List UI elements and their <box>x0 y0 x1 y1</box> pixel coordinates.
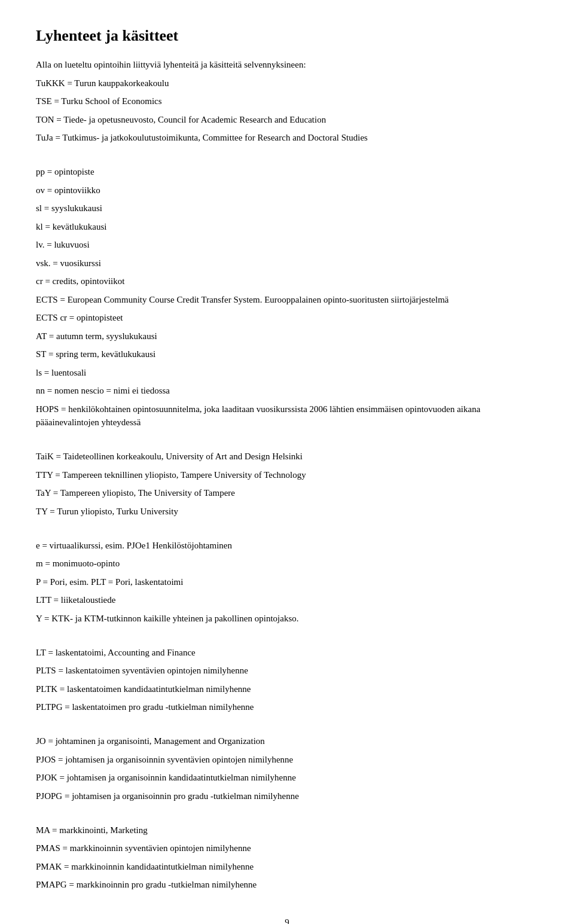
definition-item: HOPS = henkilökohtainen opintosuunnitelm… <box>36 402 538 429</box>
definition-item: TON = Tiede- ja opetusneuvosto, Council … <box>36 113 538 127</box>
definition-item <box>36 523 538 536</box>
definition-item: MA = markkinointi, Marketing <box>36 824 538 837</box>
definition-item: TaiK = Taideteollinen korkeakoulu, Unive… <box>36 450 538 463</box>
definition-item: JO = johtaminen ja organisointi, Managem… <box>36 734 538 748</box>
definition-item <box>36 150 538 163</box>
definitions-section: TuKKK = Turun kauppakorkeakouluTSE = Tur… <box>36 77 538 892</box>
definition-item: LT = laskentatoimi, Accounting and Finan… <box>36 646 538 660</box>
definition-item: PLTK = laskentatoimen kandidaatintutkiel… <box>36 682 538 696</box>
definition-item: ov = opintoviikko <box>36 184 538 197</box>
definition-item: PMAS = markkinoinnin syventävien opintoj… <box>36 841 538 855</box>
definition-item: TaY = Tampereen yliopisto, The Universit… <box>36 486 538 500</box>
definition-item: TSE = Turku School of Economics <box>36 94 538 108</box>
definition-item: lv. = lukuvuosi <box>36 238 538 252</box>
definition-item <box>36 434 538 448</box>
definition-item: AT = autumn term, syyslukukausi <box>36 330 538 343</box>
definition-item: Y = KTK- ja KTM-tutkinnon kaikille yhtei… <box>36 612 538 626</box>
definition-item: nn = nomen nescio = nimi ei tiedossa <box>36 384 538 398</box>
definition-item: PJOPG = johtamisen ja organisoinnin pro … <box>36 789 538 803</box>
definition-item <box>36 630 538 644</box>
definition-item: sl = syyslukukausi <box>36 202 538 215</box>
definition-item: LTT = liiketaloustiede <box>36 593 538 607</box>
definition-item: PMAK = markkinoinnin kandidaatintutkielm… <box>36 860 538 874</box>
definition-item: TuJa = Tutkimus- ja jatkokoulutustoimiku… <box>36 131 538 145</box>
definition-item: m = monimuoto-opinto <box>36 557 538 571</box>
definition-item: ls = luentosali <box>36 366 538 380</box>
definition-item: e = virtuaalikurssi, esim. PJOe1 Henkilö… <box>36 539 538 553</box>
page-title: Lyhenteet ja käsitteet <box>36 24 538 47</box>
page-number: 9 <box>36 916 538 925</box>
definition-item: P = Pori, esim. PLT = Pori, laskentatoim… <box>36 575 538 589</box>
main-content: Alla on lueteltu opintoihin liittyviä ly… <box>36 58 538 892</box>
definition-item: PJOS = johtamisen ja organisoinnin syven… <box>36 753 538 767</box>
definition-item: PLTS = laskentatoimen syventävien opinto… <box>36 664 538 678</box>
definition-item: ECTS cr = opintopisteet <box>36 311 538 325</box>
definition-item: PJOK = johtamisen ja organisoinnin kandi… <box>36 771 538 785</box>
intro-text: Alla on lueteltu opintoihin liittyviä ly… <box>36 58 538 72</box>
definition-item <box>36 719 538 733</box>
definition-item: pp = opintopiste <box>36 165 538 179</box>
definition-item: TTY = Tampereen teknillinen yliopisto, T… <box>36 468 538 482</box>
definition-item: TY = Turun yliopisto, Turku University <box>36 505 538 519</box>
definition-item: cr = credits, opintoviikot <box>36 275 538 288</box>
definition-item: TuKKK = Turun kauppakorkeakoulu <box>36 77 538 90</box>
definition-item: ST = spring term, kevätlukukausi <box>36 347 538 361</box>
definition-item: vsk. = vuosikurssi <box>36 257 538 270</box>
definition-item: kl = kevätlukukausi <box>36 220 538 234</box>
definition-item: ECTS = European Community Course Credit … <box>36 293 538 307</box>
definition-item: PLTPG = laskentatoimen pro gradu -tutkie… <box>36 700 538 714</box>
definition-item: PMAPG = markkinoinnin pro gradu -tutkiel… <box>36 878 538 892</box>
definition-item <box>36 807 538 821</box>
